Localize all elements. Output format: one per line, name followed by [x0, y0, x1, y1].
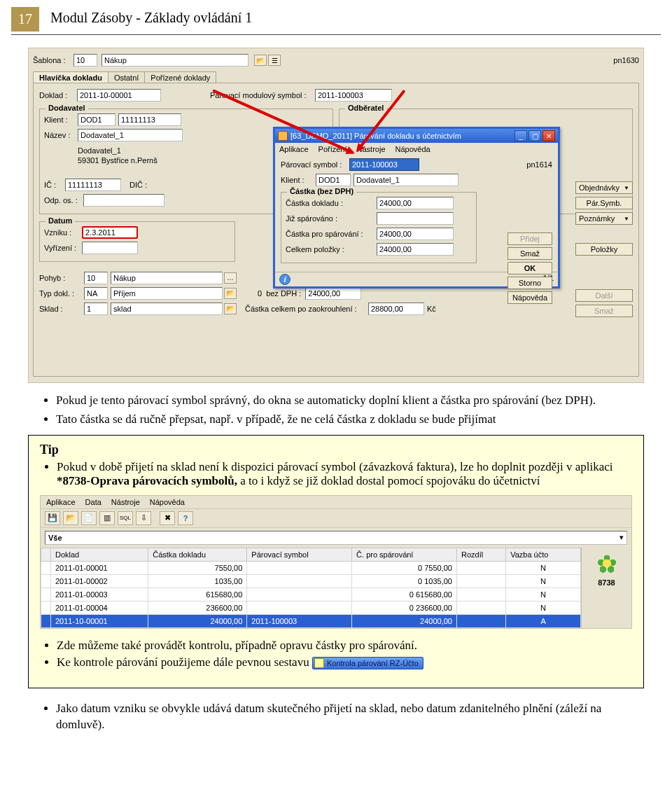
odp-value[interactable] [83, 194, 164, 207]
app2-menu-data[interactable]: Data [85, 498, 102, 506]
parsym-value[interactable]: 2011-100003 [315, 89, 392, 102]
sablona-name[interactable]: Nákup [102, 54, 248, 67]
vzniku-label: Vzniku : [44, 228, 82, 237]
ok-button[interactable]: OK [507, 262, 552, 275]
table-row[interactable]: 2011-01-000017550,000 7550,00N [41, 561, 581, 574]
tb-filter-icon[interactable]: ▥ [99, 511, 115, 525]
objednavky-button[interactable]: Objednávky▼ [575, 181, 633, 194]
smaz-button[interactable]: Smaž [575, 305, 633, 317]
info-icon[interactable]: i [279, 274, 290, 285]
dlg-klient-name[interactable]: Dodavatel_1 [354, 174, 458, 186]
tb-doc-icon[interactable]: 📄 [81, 511, 97, 525]
menu-napoveda[interactable]: Nápověda [396, 145, 430, 153]
app2-toolbar: 💾 📂 📄 ▥ SQL ⇩ ✖ ? [41, 508, 631, 528]
lookup-icon-3[interactable]: 📂 [224, 303, 237, 314]
tab-ostatni[interactable]: Ostatní [108, 71, 145, 83]
r3l: Částka pro spárování : [286, 230, 377, 238]
zaokr-label: Částka celkem po zaokrouhlení : [245, 305, 368, 313]
r3v[interactable]: 24000,00 [377, 228, 454, 240]
side-num: 8738 [598, 578, 615, 587]
table-row[interactable]: 2011-01-000021035,000 1035,00N [41, 574, 581, 588]
polozky-button[interactable]: Položky [575, 243, 633, 256]
tb-help-icon[interactable]: ? [178, 511, 193, 525]
list-icon[interactable]: ☰ [268, 55, 281, 66]
lookup-icon-2[interactable]: 📂 [224, 288, 237, 299]
sklad-code[interactable]: 1 [84, 303, 108, 315]
app2-menu-nastroje[interactable]: Nástroje [111, 498, 140, 506]
ic-value[interactable]: 11111113 [65, 179, 121, 191]
dlg-pn-code: pn1614 [526, 160, 552, 169]
col-csparovani[interactable]: Č. pro spárování [352, 548, 457, 561]
tabs: Hlavička dokladu Ostatní Pořízené doklad… [33, 71, 639, 83]
dlg-parsym-value[interactable]: 2011-100003 [349, 158, 419, 171]
sablona-code[interactable]: 10 [74, 54, 97, 67]
dlg-smaz-button[interactable]: Smaž [507, 247, 552, 260]
odberatel-legend: Odběratel [345, 104, 386, 112]
r1l: Částka dokladu : [286, 199, 377, 207]
klient-num[interactable]: 11111113 [118, 113, 181, 126]
datum-legend: Datum [46, 216, 75, 225]
col-vazba[interactable]: Vazba účto [506, 548, 581, 561]
vyrizeni-value[interactable] [82, 242, 138, 254]
app2-menu-aplikace[interactable]: Aplikace [46, 498, 76, 506]
nazev-value[interactable]: Dodavatel_1 [78, 129, 183, 141]
typdokl-name[interactable]: Příjem [111, 287, 223, 300]
table-row[interactable]: 2011-01-00003615680,000 615680,00N [41, 588, 581, 601]
pohyb-code[interactable]: 10 [84, 272, 108, 284]
chevron-down-icon: ▾ [620, 533, 624, 542]
typdokl-label: Typ dokl. : [39, 289, 84, 298]
maximize-icon[interactable]: ▢ [528, 130, 541, 141]
flower-icon[interactable] [597, 555, 617, 574]
filter-combo[interactable]: Vše▾ [45, 531, 627, 545]
table-row[interactable]: 2011-10-0000124000,002011-10000324000,00… [41, 614, 581, 627]
dlg-parsym-label: Párovací symbol : [281, 160, 349, 169]
tb-save-icon[interactable]: 💾 [45, 511, 60, 525]
dlg-klient-code[interactable]: DOD1 [316, 174, 351, 186]
klient-code[interactable]: DOD1 [78, 113, 115, 126]
bottom-bullet: Jako datum vzniku se obvykle udává datum… [56, 701, 644, 733]
tb-sql-icon[interactable]: SQL [118, 511, 133, 525]
pridej-button[interactable]: Přidej [507, 232, 552, 245]
sklad-name[interactable]: sklad [111, 303, 223, 315]
col-parsym[interactable]: Párovací symbol [247, 548, 352, 561]
tip-box: Tip Pokud v době přijetí na sklad není k… [28, 435, 644, 688]
pill-kontrola[interactable]: Kontrola párování RZ-Účto [312, 657, 424, 669]
zero-label: 0 [258, 289, 262, 298]
odp-label: Odp. os. : [44, 196, 83, 204]
tab-hlavicka[interactable]: Hlavička dokladu [33, 71, 108, 83]
dialog-menubar: Aplikace Pořízení Nástroje Nápověda [275, 143, 558, 155]
col-doklad[interactable]: Doklad [51, 548, 148, 561]
r4v: 24000,00 [377, 243, 454, 256]
app2-menubar: Aplikace Data Nástroje Nápověda [41, 496, 631, 508]
dlg-button-col: Přidej Smaž OK Storno Nápověda [507, 232, 552, 304]
vzniku-value[interactable]: 2.3.2011 [82, 226, 138, 239]
typdokl-code[interactable]: NA [84, 287, 108, 300]
minimize-icon[interactable]: _ [514, 130, 527, 141]
tb-folder-icon[interactable]: 📂 [63, 511, 78, 525]
r2l: Již spárováno : [286, 214, 377, 223]
close-icon[interactable]: ✕ [542, 130, 555, 141]
nazev-label: Název : [44, 131, 78, 139]
dlg-castka-group: Částka (bez DPH) Částka dokladu : 24000,… [281, 192, 477, 263]
menu-aplikace[interactable]: Aplikace [279, 145, 309, 153]
lookup-icon[interactable]: … [224, 272, 237, 284]
napoveda-button[interactable]: Nápověda [507, 291, 552, 304]
dalsi-button[interactable]: Další [575, 289, 633, 302]
parsymb-button[interactable]: Pár.Symb. [575, 197, 633, 209]
doklad-value[interactable]: 2011-10-00001 [77, 89, 161, 102]
app2-menu-napoveda[interactable]: Nápověda [150, 498, 185, 506]
bullet-1: Pokud je tento párovací symbol správný, … [56, 393, 644, 409]
folder-open-icon[interactable]: 📂 [254, 55, 267, 66]
parovani-dialog: [63_DEMO_2011] Párování dokladu s účetni… [273, 127, 560, 289]
poznamky-button[interactable]: Poznámky▼ [575, 212, 633, 225]
table-row[interactable]: 2011-01-00004236600,000 236600,00N [41, 601, 581, 614]
tb-export-icon[interactable]: ⇩ [136, 511, 151, 525]
data-grid[interactable]: Doklad Částka dokladu Párovací symbol Č.… [41, 548, 581, 628]
tab-porizene[interactable]: Pořízené doklady [144, 71, 216, 83]
storno-button[interactable]: Storno [507, 277, 552, 289]
tb-close-icon[interactable]: ✖ [160, 511, 175, 525]
col-castka[interactable]: Částka dokladu [148, 548, 247, 561]
pohyb-name[interactable]: Nákup [111, 272, 223, 284]
col-rozdil[interactable]: Rozdíl [456, 548, 505, 561]
vyrizeni-label: Vyřízení : [44, 244, 82, 252]
